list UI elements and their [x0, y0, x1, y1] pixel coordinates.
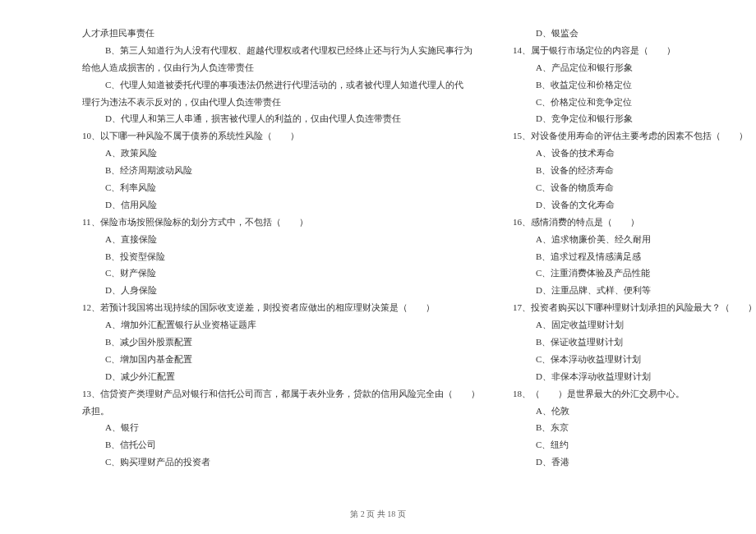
question-11: 11、保险市场按照保险标的划分方式中，不包括（ ）	[82, 214, 480, 231]
option-b: B、减少国外股票配置	[82, 334, 480, 351]
option-d: D、竞争定位和银行形象	[513, 110, 756, 127]
option-a: A、增加外汇配置银行从业资格证题库	[82, 316, 480, 334]
question-17: 17、投资者购买以下哪种理财计划承担的风险最大？（ ）	[513, 299, 756, 316]
option-d: D、信用风险	[82, 196, 480, 214]
option-c: C、购买理财产品的投资者	[82, 453, 480, 471]
option-c: C、增加国内基金配置	[82, 351, 480, 368]
option-a: A、直接保险	[82, 231, 480, 248]
option-c: C、价格定位和竞争定位	[513, 94, 756, 111]
option-c: C、纽约	[513, 436, 756, 453]
option-d: D、代理人和第三人串通，损害被代理人的利益的，仅由代理人负连带责任	[82, 110, 480, 127]
option-d: D、银监会	[513, 25, 756, 42]
option-d: D、非保本浮动收益理财计划	[513, 368, 756, 385]
option-b: B、设备的经济寿命	[513, 162, 756, 179]
option-a: A、追求物廉价美、经久耐用	[513, 231, 756, 248]
question-18: 18、（ ）是世界最大的外汇交易中心。	[513, 385, 756, 403]
option-d: D、注重品牌、式样、便利等	[513, 282, 756, 299]
option-b: B、投资型保险	[82, 248, 480, 265]
option-a: A、银行	[82, 419, 480, 436]
option-c: C、代理人知道被委托代理的事项违法仍然进行代理活动的，或者被代理人知道代理人的代	[82, 76, 480, 94]
option-c: C、注重消费体验及产品性能	[513, 265, 756, 282]
left-column: 人才承担民事责任 B、第三人知道行为人没有代理权、超越代理权或者代理权已经终止还…	[82, 25, 480, 471]
option-d: D、香港	[513, 453, 756, 471]
question-14: 14、属于银行市场定位的内容是（ ）	[513, 42, 756, 59]
page-footer: 第 2 页 共 18 页	[0, 506, 756, 522]
right-column: D、银监会 14、属于银行市场定位的内容是（ ） A、产品定位和银行形象 B、收…	[513, 25, 756, 471]
text-line: 给他人造成损害的，仅由行为人负连带责任	[82, 59, 480, 76]
option-d: D、减少外汇配置	[82, 368, 480, 385]
option-a: A、固定收益理财计划	[513, 316, 756, 334]
option-b: B、东京	[513, 419, 756, 436]
option-b: B、信托公司	[82, 436, 480, 453]
option-a: A、政策风险	[82, 145, 480, 162]
question-13: 13、信贷资产类理财产品对银行和信托公司而言，都属于表外业务，贷款的信用风险完全…	[82, 385, 480, 403]
option-c: C、利率风险	[82, 179, 480, 196]
question-12: 12、若预计我国将出现持续的国际收支逆差，则投资者应做出的相应理财决策是（ ）	[82, 299, 480, 316]
text-line: 承担。	[82, 403, 480, 420]
option-d: D、设备的文化寿命	[513, 196, 756, 214]
question-15: 15、对设备使用寿命的评估主要考虑的因素不包括（ ）	[513, 127, 756, 145]
option-a: A、产品定位和银行形象	[513, 59, 756, 76]
option-c: C、财产保险	[82, 265, 480, 282]
option-c: C、保本浮动收益理财计划	[513, 351, 756, 368]
option-b: B、保证收益理财计划	[513, 334, 756, 351]
option-b: B、收益定位和价格定位	[513, 76, 756, 94]
option-c: C、设备的物质寿命	[513, 179, 756, 196]
option-b: B、经济周期波动风险	[82, 162, 480, 179]
question-10: 10、以下哪一种风险不属于债券的系统性风险（ ）	[82, 127, 480, 145]
text-line: 人才承担民事责任	[82, 25, 480, 42]
option-b: B、追求过程及情感满足感	[513, 248, 756, 265]
exam-content: 人才承担民事责任 B、第三人知道行为人没有代理权、超越代理权或者代理权已经终止还…	[82, 25, 682, 471]
text-line: 理行为违法不表示反对的，仅由代理人负连带责任	[82, 94, 480, 111]
option-a: A、伦敦	[513, 403, 756, 420]
question-16: 16、感情消费的特点是（ ）	[513, 214, 756, 231]
option-a: A、设备的技术寿命	[513, 145, 756, 162]
option-d: D、人身保险	[82, 282, 480, 299]
option-b: B、第三人知道行为人没有代理权、超越代理权或者代理权已经终止还与行为人实施民事行…	[82, 42, 480, 59]
